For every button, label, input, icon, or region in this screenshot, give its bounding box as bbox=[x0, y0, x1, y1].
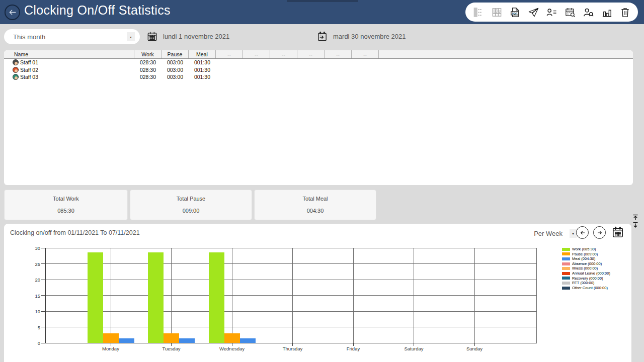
calendar-next-icon[interactable] bbox=[316, 31, 328, 42]
chevron-down-icon[interactable]: ▾ bbox=[570, 229, 577, 238]
toolbar: PDF bbox=[465, 3, 638, 22]
column-header-empty-7[interactable]: -- bbox=[297, 50, 325, 58]
y-tick-label: 25 bbox=[27, 261, 40, 266]
trash-icon[interactable] bbox=[619, 7, 631, 18]
page-title: Clocking On/Off Statistics bbox=[24, 3, 171, 18]
column-header-meal[interactable]: Meal bbox=[189, 50, 216, 58]
legend-item: Other Count (000:00) bbox=[562, 286, 610, 291]
h-gridline bbox=[45, 311, 537, 312]
staff-table-header: NameWorkPauseMeal------------ bbox=[4, 50, 633, 59]
start-date-label: lundi 1 novembre 2021 bbox=[163, 33, 229, 40]
collapse-up-icon[interactable] bbox=[632, 214, 639, 221]
v-gridline bbox=[232, 248, 232, 343]
column-header-empty-4[interactable]: -- bbox=[216, 50, 243, 58]
work-value: 028:30 bbox=[134, 74, 162, 80]
total-work-value: 085:30 bbox=[5, 208, 127, 214]
column-header-empty-5[interactable]: -- bbox=[243, 50, 270, 58]
v-gridline bbox=[292, 248, 293, 343]
chart-title: Clocking on/off from 01/11/2021 To 07/11… bbox=[10, 229, 140, 236]
end-date-label: mardi 30 novembre 2021 bbox=[333, 33, 406, 40]
y-tick-label: 30 bbox=[27, 245, 40, 251]
legend-label: Recovery (000:00) bbox=[572, 277, 603, 281]
table-row[interactable]: Staff 01028:30003:00001:30 bbox=[4, 59, 633, 66]
y-tick-label: 10 bbox=[27, 309, 40, 314]
total-meal-label: Total Meal bbox=[255, 196, 376, 202]
period-dropdown[interactable]: This month ▾ bbox=[4, 29, 140, 44]
work-value: 028:30 bbox=[134, 59, 162, 65]
v-gridline bbox=[353, 248, 354, 343]
chevron-down-icon[interactable]: ▾ bbox=[127, 32, 135, 41]
contact-list-icon[interactable] bbox=[546, 7, 557, 18]
v-gridline bbox=[474, 248, 475, 343]
filter-row: This month ▾ lundi 1 novembre 2021 mardi… bbox=[0, 24, 644, 50]
bar-tuesday-work bbox=[148, 252, 164, 343]
panel-splitter bbox=[632, 214, 640, 228]
legend-swatch bbox=[562, 272, 570, 275]
staff-table: NameWorkPauseMeal------------ Staff 0102… bbox=[4, 50, 633, 185]
column-header-pause[interactable]: Pause bbox=[162, 50, 189, 58]
legend-item: Recovery (000:00) bbox=[562, 276, 610, 281]
pdf-export-icon[interactable]: PDF bbox=[509, 7, 521, 18]
bar-monday-work bbox=[88, 252, 103, 343]
legend-item: Meal (004:30) bbox=[562, 256, 610, 261]
back-arrow-icon bbox=[8, 8, 17, 17]
h-gridline bbox=[45, 263, 537, 264]
legend-swatch bbox=[562, 282, 570, 285]
staff-name: Staff 03 bbox=[20, 74, 38, 80]
legend-swatch bbox=[562, 287, 570, 290]
column-header-empty-8[interactable]: -- bbox=[325, 50, 352, 58]
chart-calendar-icon[interactable] bbox=[611, 226, 624, 239]
send-icon[interactable] bbox=[528, 7, 539, 18]
x-tick-label: Tuesday bbox=[162, 346, 180, 351]
y-tick-label: 20 bbox=[27, 277, 40, 283]
pause-value: 003:00 bbox=[162, 67, 189, 73]
chart-period-value: Per Week bbox=[517, 230, 570, 237]
column-header-empty-9[interactable]: -- bbox=[352, 50, 379, 58]
legend-swatch bbox=[562, 257, 570, 260]
avatar bbox=[13, 74, 19, 80]
x-tick-label: Sunday bbox=[466, 346, 482, 351]
v-gridline bbox=[414, 248, 414, 343]
table-view-icon[interactable] bbox=[491, 7, 503, 18]
legend-item: Work (085:30) bbox=[562, 247, 610, 252]
next-week-button[interactable] bbox=[593, 226, 606, 239]
bar-chart-icon[interactable] bbox=[601, 7, 613, 18]
column-header-name[interactable]: Name bbox=[4, 50, 134, 58]
h-gridline bbox=[45, 248, 537, 248]
table-row[interactable]: Staff 03028:30003:00001:30 bbox=[4, 73, 633, 81]
chart-panel: Clocking on/off from 01/11/2021 To 07/11… bbox=[4, 224, 631, 362]
table-row[interactable]: Staff 02028:30003:00001:30 bbox=[4, 66, 633, 74]
staff-name: Staff 02 bbox=[20, 67, 38, 73]
calendar-icon[interactable] bbox=[146, 31, 158, 42]
column-header-work[interactable]: Work bbox=[134, 50, 162, 58]
x-tick-label: Wednesday bbox=[219, 346, 245, 351]
legend-label: Annual Leave (000:00) bbox=[572, 272, 610, 276]
bar-tuesday-pause bbox=[164, 333, 179, 343]
legend-item: Annual Leave (000:00) bbox=[562, 271, 610, 276]
legend-label: Pause (009:00) bbox=[572, 252, 598, 256]
checklist-icon[interactable] bbox=[472, 7, 484, 18]
chart-period-dropdown[interactable]: Per Week ▾ bbox=[517, 227, 577, 239]
total-work-card: Total Work 085:30 bbox=[4, 190, 128, 220]
legend-swatch bbox=[562, 277, 570, 280]
total-meal-card: Total Meal 004:30 bbox=[254, 190, 376, 220]
h-gridline bbox=[45, 295, 537, 296]
column-header-empty-6[interactable]: -- bbox=[270, 50, 297, 58]
pause-value: 003:00 bbox=[162, 74, 189, 80]
y-tick-label: 0 bbox=[27, 340, 40, 346]
v-gridline bbox=[171, 248, 172, 343]
person-search-icon[interactable] bbox=[583, 7, 594, 18]
legend-label: Work (085:30) bbox=[572, 247, 596, 251]
pause-value: 003:00 bbox=[162, 59, 189, 65]
avatar bbox=[13, 67, 19, 73]
calendar-search-icon[interactable] bbox=[565, 7, 576, 18]
svg-text:PDF: PDF bbox=[512, 12, 517, 15]
y-axis-line bbox=[45, 248, 46, 343]
previous-week-button[interactable] bbox=[576, 226, 589, 239]
collapse-down-icon[interactable] bbox=[632, 222, 639, 228]
legend-swatch bbox=[562, 248, 570, 251]
staff-name: Staff 01 bbox=[20, 59, 38, 65]
v-gridline bbox=[111, 248, 111, 343]
total-pause-card: Total Pause 009:00 bbox=[130, 190, 252, 220]
back-button[interactable] bbox=[5, 5, 20, 20]
